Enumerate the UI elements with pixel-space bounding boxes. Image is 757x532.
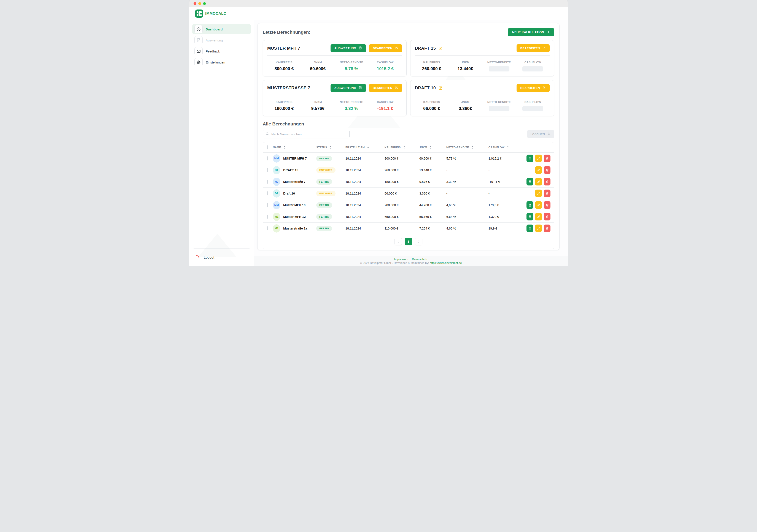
previous-page-button[interactable]: [394, 238, 402, 245]
maximize-window-button[interactable]: [203, 2, 206, 5]
datenschutz-link[interactable]: Datenschutz: [412, 258, 428, 261]
card-title: DRAFT 10: [415, 86, 436, 91]
close-window-button[interactable]: [194, 2, 197, 5]
bearbeiten-button[interactable]: BEARBEITEN: [517, 44, 550, 52]
row-auswertung-button[interactable]: [527, 178, 533, 185]
table-row: D1Draft 10ENTWURF18.11.202466.000 €3.360…: [263, 188, 554, 199]
row-cashflow: 19,9 €: [489, 227, 526, 230]
column-header-status[interactable]: STATUS: [316, 146, 346, 149]
row-checkbox[interactable]: [267, 156, 268, 160]
column-header-kaufpreis[interactable]: KAUFPREIS: [384, 146, 419, 149]
stat-value: 1015.2 €: [368, 66, 402, 71]
auswertung-button[interactable]: AUSWERTUNG: [331, 44, 366, 52]
row-edit-button[interactable]: [535, 178, 542, 185]
stat-value: 60.600€: [301, 66, 335, 71]
auswertung-button[interactable]: AUSWERTUNG: [331, 84, 366, 92]
sidebar-item-feedback[interactable]: Feedback: [192, 46, 251, 56]
row-delete-button[interactable]: [544, 189, 551, 197]
new-calculation-button[interactable]: NEUE KALKULATION +: [508, 28, 554, 36]
bearbeiten-button[interactable]: BEARBEITEN: [517, 84, 550, 92]
row-delete-button[interactable]: [544, 178, 551, 185]
delete-button[interactable]: LÖSCHEN: [527, 130, 554, 138]
row-edit-button[interactable]: [535, 154, 542, 162]
card-stat: KAUFPREIS66.000 €: [415, 100, 448, 111]
row-checkbox[interactable]: [267, 191, 268, 195]
stat-label: NETTO-RENDITE: [482, 100, 516, 104]
sort-icon: [329, 146, 332, 149]
row-checkbox[interactable]: [267, 203, 268, 207]
column-header-cashflow[interactable]: CASHFLOW: [489, 146, 526, 149]
row-kaufpreis: 110.000 €: [384, 227, 419, 230]
row-cashflow: -: [489, 168, 526, 172]
impressum-link[interactable]: Impressum: [394, 258, 408, 261]
column-header-jnkm[interactable]: JNKM: [419, 146, 446, 149]
sidebar-item-label: Auswertung: [206, 39, 223, 42]
row-name: Musterstraße 1a: [283, 227, 307, 230]
row-checkbox[interactable]: [267, 215, 268, 219]
edit-title-icon[interactable]: [439, 86, 443, 90]
table-row: MMMuster MFH 10FERTIG18.11.2024700.000 €…: [263, 199, 554, 211]
stat-label: CASHFLOW: [368, 100, 402, 104]
row-auswertung-button[interactable]: [527, 154, 533, 162]
select-all-checkbox[interactable]: [267, 145, 268, 150]
next-page-button[interactable]: [415, 238, 422, 245]
row-netto-rendite: 5,78 %: [446, 157, 489, 160]
stat-value: 3.32 %: [335, 106, 368, 111]
row-checkbox[interactable]: [267, 168, 268, 172]
card-stat: JNKM3.360€: [448, 100, 482, 111]
row-date: 18.11.2024: [346, 180, 384, 183]
sidebar-item-dashboard[interactable]: Dashboard: [192, 24, 251, 34]
card-stat: KAUFPREIS800.000 €: [267, 61, 301, 71]
sort-icon: [403, 146, 406, 149]
row-auswertung-button[interactable]: [527, 201, 533, 209]
minimize-window-button[interactable]: [198, 2, 201, 5]
row-kaufpreis: 260.000 €: [384, 168, 419, 172]
search-input[interactable]: [271, 132, 347, 136]
row-delete-button[interactable]: [544, 213, 551, 220]
column-header-name[interactable]: NAME: [273, 146, 316, 149]
table-row: M7Musterstraße 7FERTIG18.11.2024180.000 …: [263, 176, 554, 188]
row-auswertung-button[interactable]: [527, 225, 533, 232]
row-edit-button[interactable]: [535, 213, 542, 220]
stat-value: 66.000 €: [415, 106, 448, 111]
row-delete-button[interactable]: [544, 166, 551, 174]
bearbeiten-button[interactable]: BEARBEITEN: [369, 44, 402, 52]
stat-label: KAUFPREIS: [267, 100, 301, 104]
sidebar-item-einstellungen[interactable]: Einstellungen: [192, 57, 251, 67]
card-stat: NETTO-RENDITE: [482, 61, 516, 71]
row-edit-button[interactable]: [535, 225, 542, 232]
row-date: 18.11.2024: [346, 168, 384, 172]
bearbeiten-label: BEARBEITEN: [520, 86, 540, 90]
sort-asc-icon: [367, 146, 369, 149]
column-header-netto-rendite[interactable]: NETTO-RENDITE: [446, 146, 489, 149]
table-row: MMMUSTER MFH 7FERTIG18.11.2024800.000 €6…: [263, 153, 554, 164]
row-delete-button[interactable]: [544, 154, 551, 162]
row-edit-button[interactable]: [535, 201, 542, 209]
edit-title-icon[interactable]: [439, 46, 443, 50]
logout-icon: [195, 255, 200, 260]
stat-label: NETTO-RENDITE: [335, 61, 368, 64]
stat-label: NETTO-RENDITE: [482, 61, 516, 64]
sidebar-item-label: Feedback: [206, 49, 220, 53]
row-cashflow: -: [489, 192, 526, 195]
row-delete-button[interactable]: [544, 225, 551, 232]
auswertung-label: AUSWERTUNG: [334, 47, 356, 50]
row-kaufpreis: 700.000 €: [384, 203, 419, 207]
develpmnt-link[interactable]: https://www.develpmnt.de: [430, 261, 462, 265]
card-stat: KAUFPREIS260.000 €: [415, 61, 448, 71]
row-checkbox[interactable]: [267, 180, 268, 184]
column-header-erstellt-am[interactable]: ERSTELLT AM: [346, 146, 384, 149]
avatar: M1: [273, 224, 280, 233]
row-auswertung-button[interactable]: [527, 213, 533, 220]
sort-icon: [507, 146, 509, 149]
row-delete-button[interactable]: [544, 201, 551, 209]
avatar: D1: [273, 189, 280, 198]
sidebar-item-auswertung[interactable]: Auswertung: [192, 35, 251, 45]
row-edit-button[interactable]: [535, 166, 542, 174]
row-edit-button[interactable]: [535, 189, 542, 197]
bearbeiten-button[interactable]: BEARBEITEN: [369, 84, 402, 92]
row-checkbox[interactable]: [267, 226, 268, 230]
avatar: MM: [273, 154, 280, 163]
page-1-button[interactable]: 1: [405, 238, 412, 245]
logout-button[interactable]: Logout: [192, 255, 214, 260]
